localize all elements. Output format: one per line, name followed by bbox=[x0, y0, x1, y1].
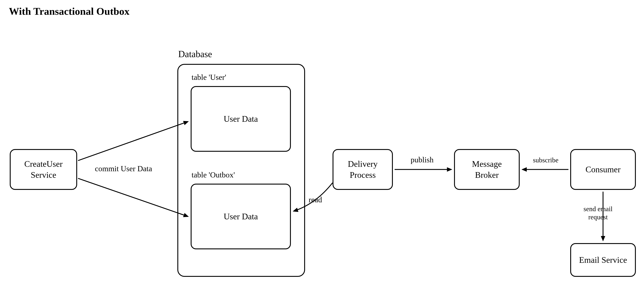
publish-label: publish bbox=[410, 155, 434, 164]
message-broker-box: Message Broker bbox=[454, 149, 520, 190]
diagram-title: With Transactional Outbox bbox=[9, 5, 130, 17]
subscribe-label: subscribe bbox=[533, 156, 558, 164]
send-email-label: send email request bbox=[584, 205, 612, 221]
user-data-box-1: User Data bbox=[191, 86, 291, 152]
message-broker-text: Message Broker bbox=[472, 158, 502, 181]
user-data-box-2: User Data bbox=[191, 184, 291, 249]
consumer-box: Consumer bbox=[570, 149, 636, 190]
database-label: Database bbox=[178, 49, 212, 59]
table-outbox-label: table 'Outbox' bbox=[192, 170, 235, 179]
email-service-text: Email Service bbox=[579, 254, 627, 265]
read-label: read bbox=[308, 195, 322, 204]
email-service-box: Email Service bbox=[570, 243, 636, 277]
create-user-service-box: CreateUser Service bbox=[10, 149, 77, 190]
table-user-label: table 'User' bbox=[192, 73, 226, 82]
arrows-layer bbox=[0, 0, 644, 288]
delivery-process-text: Delivery Process bbox=[348, 158, 378, 181]
consumer-text: Consumer bbox=[586, 164, 620, 175]
user-data-2-text: User Data bbox=[224, 211, 258, 222]
commit-label: commit User Data bbox=[95, 164, 152, 173]
arrow-commit-outbox bbox=[78, 178, 188, 216]
arrow-commit-user bbox=[78, 122, 188, 161]
delivery-process-box: Delivery Process bbox=[332, 149, 393, 190]
user-data-1-text: User Data bbox=[224, 113, 258, 124]
create-user-service-text: CreateUser Service bbox=[24, 158, 62, 181]
